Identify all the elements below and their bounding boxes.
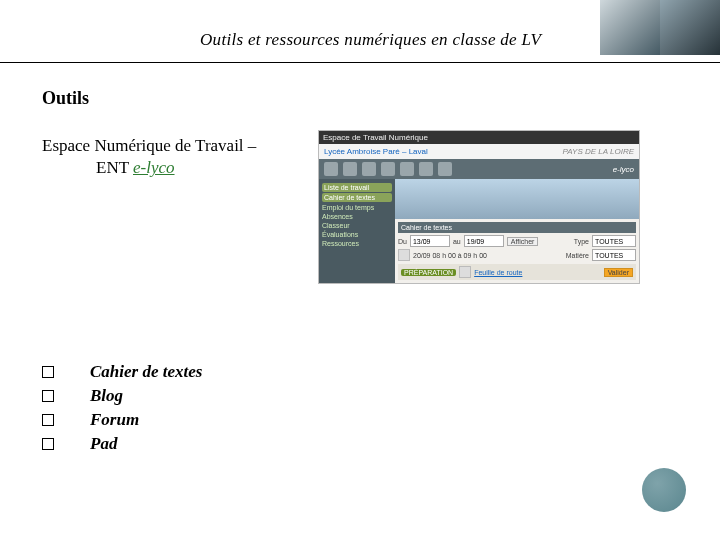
date-from-input[interactable]: [410, 235, 450, 247]
type-input[interactable]: [592, 235, 636, 247]
header-photo: [600, 0, 720, 55]
checkbox-icon: [42, 366, 54, 378]
help-icon[interactable]: [438, 162, 452, 176]
home-icon[interactable]: [324, 162, 338, 176]
sidebar-item[interactable]: Évaluations: [322, 230, 392, 239]
school-banner: Lycée Ambroise Paré – Laval PAYS DE LA L…: [319, 144, 639, 159]
gear-icon[interactable]: [419, 162, 433, 176]
decorative-circle: [642, 468, 686, 512]
sidebar: Liste de travail Cahier de textes Emploi…: [319, 179, 395, 283]
window-titlebar: Espace de Travail Numérique: [319, 131, 639, 144]
sidebar-item[interactable]: Emploi du temps: [322, 203, 392, 212]
sidebar-item[interactable]: Absences: [322, 212, 392, 221]
task-tag: PRÉPARATION: [401, 269, 456, 276]
sidebar-item[interactable]: Cahier de textes: [322, 193, 392, 202]
prev-icon[interactable]: [398, 249, 410, 261]
doc-icon: [459, 266, 471, 278]
region-logo: PAYS DE LA LOIRE: [563, 147, 634, 156]
list-item: Forum: [42, 410, 202, 430]
checkbox-icon: [42, 438, 54, 450]
date-to-input[interactable]: [464, 235, 504, 247]
calendar-icon[interactable]: [343, 162, 357, 176]
brand-text: e-lyco: [613, 165, 634, 174]
panel-heading: Cahier de textes: [398, 222, 636, 233]
sidebar-item[interactable]: Classeur: [322, 221, 392, 230]
subtitle-line2: ENT e-lyco: [42, 157, 256, 179]
hero-image: [395, 179, 639, 219]
subtitle-line1: Espace Numérique de Travail –: [42, 135, 256, 157]
filter-row: Du au Afficher Type: [398, 235, 636, 247]
elyco-screenshot: Espace de Travail Numérique Lycée Ambroi…: [318, 130, 640, 284]
section-heading: Outils: [42, 88, 89, 109]
list-item: Cahier de textes: [42, 362, 202, 382]
toolbar: e-lyco: [319, 159, 639, 179]
checkbox-icon: [42, 414, 54, 426]
task-bar: PRÉPARATION Feuille de route Valider: [398, 264, 636, 280]
list-item: Blog: [42, 386, 202, 406]
refresh-button[interactable]: Afficher: [507, 237, 539, 246]
matiere-input[interactable]: [592, 249, 636, 261]
task-link[interactable]: Feuille de route: [474, 269, 522, 276]
sidebar-item[interactable]: Ressources: [322, 239, 392, 248]
bullet-list: Cahier de textes Blog Forum Pad: [42, 358, 202, 458]
subtitle-block: Espace Numérique de Travail – ENT e-lyco: [42, 135, 256, 179]
date-line: 20/09 08 h 00 à 09 h 00: [413, 252, 487, 259]
slide: Outils et ressources numériques en class…: [0, 0, 720, 540]
mail-icon[interactable]: [362, 162, 376, 176]
sidebar-item[interactable]: Liste de travail: [322, 183, 392, 192]
e-lyco-link[interactable]: e-lyco: [133, 158, 175, 177]
main-panel: Cahier de textes Du au Afficher Type 20/…: [395, 179, 639, 283]
folder-icon[interactable]: [381, 162, 395, 176]
checkbox-icon: [42, 390, 54, 402]
validate-button[interactable]: Valider: [604, 268, 633, 277]
slide-title: Outils et ressources numériques en class…: [200, 30, 541, 50]
print-icon[interactable]: [400, 162, 414, 176]
list-item: Pad: [42, 434, 202, 454]
